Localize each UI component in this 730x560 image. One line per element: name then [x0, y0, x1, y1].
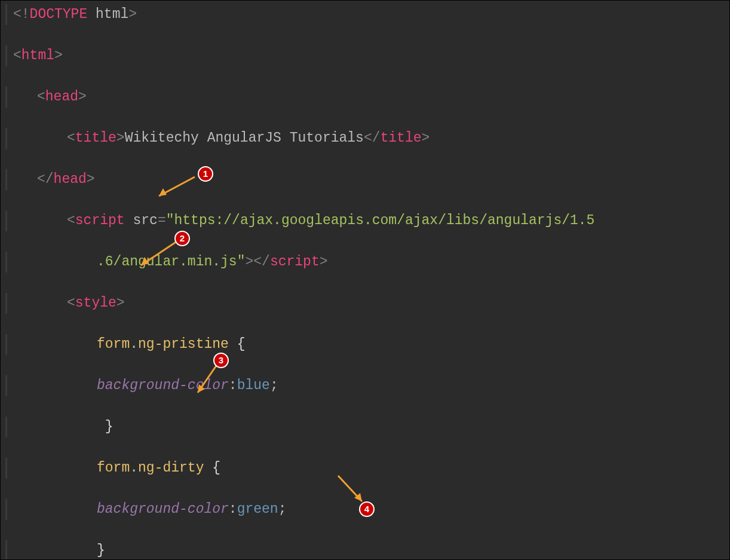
head-close: head [54, 172, 87, 187]
angle-open: <! [13, 7, 30, 22]
css-form-1: form [97, 336, 130, 352]
doctype-kw: DOCTYPE [30, 7, 88, 22]
src-attr: src [133, 213, 157, 228]
arrow-1 [150, 171, 204, 201]
html-open: html [22, 48, 54, 63]
doctype-rest: html [87, 7, 128, 22]
title-open: title [75, 130, 116, 146]
script-open: script [75, 213, 125, 228]
css-dirty: ng-dirty [138, 460, 204, 476]
css-green: green [237, 501, 278, 517]
svg-marker-5 [198, 384, 205, 393]
badge-1: 1 [198, 166, 213, 182]
badge-4: 4 [359, 501, 375, 517]
badge-2: 2 [174, 231, 190, 246]
css-bg-2: background-color [97, 501, 229, 517]
head-open: head [45, 89, 78, 105]
badge-3: 3 [213, 353, 229, 368]
css-pristine: ng-pristine [138, 336, 229, 352]
css-blue: blue [237, 378, 270, 393]
title-text: Wikitechy AngularJS Tutorials [125, 130, 364, 146]
style-open: style [75, 295, 116, 311]
src-val-a: "https://ajax.googleapis.com/ajax/libs/a… [166, 213, 595, 228]
css-form-2: form [97, 460, 130, 476]
